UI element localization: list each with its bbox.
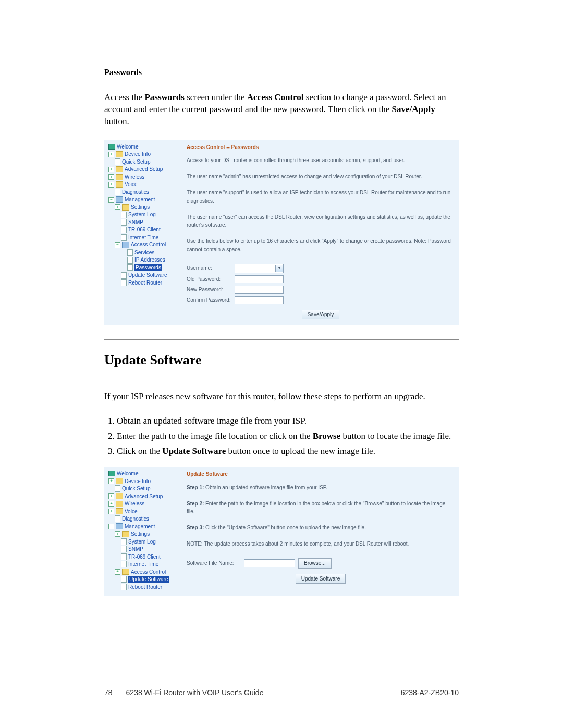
nav-advanced-setup[interactable]: Advanced Setup bbox=[125, 493, 163, 500]
expand-icon[interactable]: + bbox=[108, 509, 114, 514]
step-line: Step 2: Enter the path to the image file… bbox=[187, 500, 455, 516]
update-software-button[interactable]: Update Software bbox=[296, 574, 346, 584]
upgrade-steps: Obtain an updated software image file fr… bbox=[104, 415, 459, 458]
nav-management[interactable]: Management bbox=[125, 196, 155, 203]
page-icon bbox=[115, 485, 120, 492]
screenshot-passwords: Welcome +Device Info Quick Setup +Advanc… bbox=[104, 140, 459, 325]
panel-header: Access Control -- Passwords bbox=[187, 143, 455, 152]
nav-ip-addresses[interactable]: IP Addresses bbox=[134, 256, 165, 264]
folder-icon bbox=[116, 501, 123, 507]
save-apply-button[interactable]: Save/Apply bbox=[302, 310, 340, 320]
expand-icon[interactable]: + bbox=[108, 493, 114, 499]
page-icon bbox=[121, 553, 127, 560]
browse-button[interactable]: Browse... bbox=[298, 558, 332, 569]
nav-wireless[interactable]: Wireless bbox=[125, 500, 144, 508]
nav-system-log[interactable]: System Log bbox=[128, 538, 156, 546]
confirm-password-input[interactable] bbox=[235, 296, 284, 304]
page-icon bbox=[121, 272, 127, 279]
step-line: Step 1: Obtain an updated software image… bbox=[187, 484, 455, 492]
folder-icon bbox=[122, 204, 129, 211]
nav-voice[interactable]: Voice bbox=[125, 181, 137, 188]
nav-management[interactable]: Management bbox=[125, 523, 155, 530]
update-software-heading: Update Software bbox=[104, 352, 459, 368]
page-footer: 78 6238 Wi-Fi Router with VOIP User's Gu… bbox=[0, 688, 563, 697]
nav-internet-time[interactable]: Internet Time bbox=[128, 561, 158, 568]
folder-icon bbox=[116, 151, 123, 157]
nav-update-software[interactable]: Update Software bbox=[128, 272, 167, 279]
step-3: Click on the Update Software button once… bbox=[117, 446, 459, 458]
passwords-intro: Access the Passwords screen under the Ac… bbox=[104, 92, 459, 128]
nav-quick-setup[interactable]: Quick Setup bbox=[122, 485, 150, 492]
panel-text: Access to your DSL router is controlled … bbox=[187, 156, 455, 165]
nav-system-log[interactable]: System Log bbox=[128, 211, 156, 218]
page-icon bbox=[115, 189, 120, 195]
passwords-panel: Access Control -- Passwords Access to yo… bbox=[182, 143, 455, 320]
expand-icon[interactable]: + bbox=[108, 478, 114, 484]
nav-passwords[interactable]: Passwords bbox=[134, 264, 162, 272]
nav-access-control[interactable]: Access Control bbox=[131, 569, 166, 576]
expand-icon[interactable]: + bbox=[108, 152, 114, 157]
section-divider bbox=[104, 339, 459, 340]
collapse-icon[interactable]: − bbox=[115, 242, 120, 248]
old-password-input[interactable] bbox=[235, 275, 284, 283]
panel-header: Update Software bbox=[187, 470, 455, 478]
nav-tree: Welcome +Device Info Quick Setup +Advanc… bbox=[108, 143, 182, 320]
nav-update-software[interactable]: Update Software bbox=[128, 576, 169, 583]
nav-voice[interactable]: Voice bbox=[125, 508, 137, 515]
page-icon bbox=[121, 576, 127, 583]
panel-text: The user name "user" can access the DSL … bbox=[187, 213, 455, 229]
folder-icon bbox=[116, 493, 123, 499]
nav-reboot-router[interactable]: Reboot Router bbox=[128, 279, 162, 287]
nav-diagnostics[interactable]: Diagnostics bbox=[122, 189, 149, 196]
nav-access-control[interactable]: Access Control bbox=[131, 241, 166, 249]
expand-icon[interactable]: + bbox=[108, 174, 114, 180]
nav-snmp[interactable]: SNMP bbox=[128, 219, 143, 226]
collapse-icon[interactable]: − bbox=[108, 197, 114, 203]
username-select[interactable]: ▾ bbox=[235, 264, 284, 273]
page-icon bbox=[121, 584, 127, 590]
chevron-down-icon: ▾ bbox=[275, 265, 283, 272]
nav-wireless[interactable]: Wireless bbox=[125, 174, 144, 181]
folder-open-icon bbox=[122, 242, 129, 248]
nav-settings[interactable]: Settings bbox=[131, 204, 150, 211]
nav-snmp[interactable]: SNMP bbox=[128, 546, 143, 553]
panel-text: The user name "support" is used to allow… bbox=[187, 189, 455, 205]
folder-open-icon bbox=[116, 523, 123, 529]
page-icon bbox=[127, 249, 133, 256]
step-line: Step 3: Click the "Update Software" butt… bbox=[187, 524, 455, 532]
folder-icon bbox=[116, 174, 123, 180]
nav-tr069[interactable]: TR-069 Client bbox=[128, 226, 161, 233]
nav-device-info[interactable]: Device Info bbox=[125, 478, 151, 485]
doc-number: 6238-A2-ZB20-10 bbox=[401, 688, 459, 697]
expand-icon[interactable]: + bbox=[115, 531, 120, 537]
nav-diagnostics[interactable]: Diagnostics bbox=[122, 515, 149, 523]
expand-icon[interactable]: + bbox=[108, 182, 114, 188]
file-name-input[interactable] bbox=[244, 559, 295, 567]
new-password-input[interactable] bbox=[235, 286, 284, 294]
nav-internet-time[interactable]: Internet Time bbox=[128, 234, 158, 241]
screenshot-update-software: Welcome +Device Info Quick Setup +Advanc… bbox=[104, 467, 459, 596]
nav-quick-setup[interactable]: Quick Setup bbox=[122, 158, 150, 166]
nav-services[interactable]: Services bbox=[134, 249, 154, 256]
nav-device-info[interactable]: Device Info bbox=[125, 151, 151, 158]
collapse-icon[interactable]: − bbox=[108, 524, 114, 529]
folder-icon bbox=[116, 166, 123, 172]
page-icon bbox=[121, 546, 127, 552]
nav-welcome[interactable]: Welcome bbox=[117, 470, 139, 477]
page-icon bbox=[121, 234, 127, 241]
page-icon bbox=[121, 212, 127, 218]
expand-icon[interactable]: + bbox=[108, 167, 114, 172]
expand-icon[interactable]: + bbox=[115, 569, 120, 575]
nav-tr069[interactable]: TR-069 Client bbox=[128, 553, 161, 561]
nav-reboot-router[interactable]: Reboot Router bbox=[128, 584, 162, 591]
folder-icon bbox=[122, 569, 129, 575]
nav-welcome[interactable]: Welcome bbox=[117, 143, 139, 151]
expand-icon[interactable]: + bbox=[108, 501, 114, 507]
page-icon bbox=[121, 219, 127, 226]
expand-icon[interactable]: + bbox=[115, 204, 120, 210]
update-software-intro: If your ISP releases new software for th… bbox=[104, 391, 459, 403]
username-label: Username: bbox=[187, 264, 231, 273]
nav-settings[interactable]: Settings bbox=[131, 530, 150, 538]
nav-advanced-setup[interactable]: Advanced Setup bbox=[125, 166, 163, 173]
guide-title: 6238 Wi-Fi Router with VOIP User's Guide bbox=[126, 688, 264, 697]
